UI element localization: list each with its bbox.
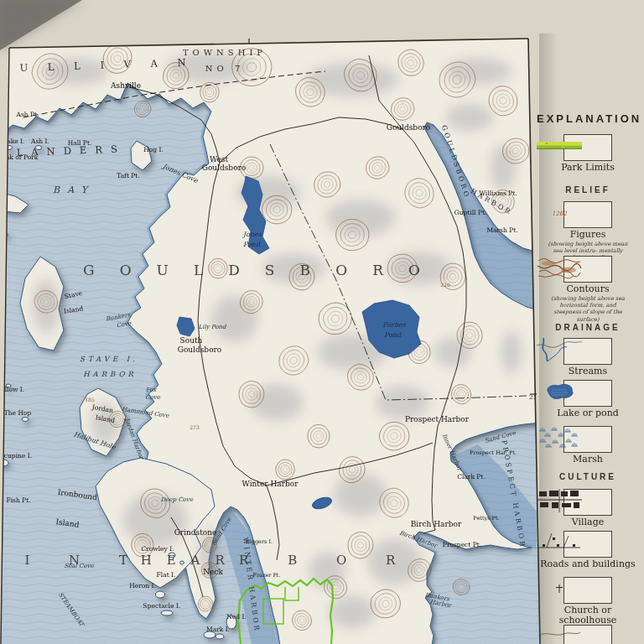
map-label-bay: BAY xyxy=(53,184,95,195)
map-label-township: TOWNSHIP xyxy=(183,48,267,57)
legend-panel: EXPLANATIONPark LimitsRELIEF1262Figures(… xyxy=(537,0,639,644)
legend-label-lake-or-pond: Lake or pond xyxy=(537,408,639,418)
map-label-no-7: NO 7 xyxy=(205,64,245,73)
legend-swatch-roads xyxy=(564,531,612,558)
legend-swatch-figures: 1262 xyxy=(564,201,612,228)
legend-swatch-partial xyxy=(564,625,612,644)
legend-swatch-church xyxy=(564,577,612,604)
map-label-fish-pt: Fish Pt. xyxy=(6,496,30,504)
map-label-taft-pt: Taft Pt. xyxy=(117,172,140,179)
map-label-frazer-pt: Frazer Pt. xyxy=(253,572,281,579)
legend-item-park-limits: Park Limits xyxy=(537,134,639,173)
legend-swatch-marsh xyxy=(564,426,612,453)
map-label-clark-pt: Clark Pt. xyxy=(457,473,486,480)
legend-item-streams: Streams xyxy=(537,338,639,377)
legend-label-marsh: Marsh xyxy=(537,454,639,465)
legend-item-roads-and-buildings: Roads and buildings xyxy=(537,531,639,569)
map-label-marsh-pt: Marsh Pt. xyxy=(486,226,517,234)
map-label-crowley-i: Crowley I. xyxy=(141,545,174,553)
legend-note-contours: (showing height above sea horizontal for… xyxy=(547,295,629,324)
map-label-ned-i: Ned I. xyxy=(226,613,247,621)
map-label-pond: Pond xyxy=(384,331,402,339)
map-label-gouldsboro: Gouldsboro xyxy=(387,123,431,132)
map-label-185: 185 xyxy=(85,397,95,402)
map-label-williams-pt: Williams Pt. xyxy=(479,190,517,197)
legend-label-roads-and-buildings: Roads and buildings xyxy=(537,559,639,569)
legend-heading-culture: CULTURE xyxy=(537,472,639,481)
hop-islet xyxy=(22,418,29,422)
heron-islet xyxy=(156,591,165,598)
map-label-lily-pond: Lily Pond xyxy=(199,324,226,330)
map-label-winter-harbor: Winter Harbor xyxy=(242,480,299,488)
legend-label-streams: Streams xyxy=(537,366,639,377)
map-label-hall-pt: Hall Pt. xyxy=(68,139,92,147)
map-label-pettys-pt: Pettys Pt. xyxy=(473,515,499,522)
legend-label-church-or-schoolhouse: Church or schoolhouse xyxy=(537,605,639,625)
map-label-spectacle-i: Spectacle I. xyxy=(143,602,181,610)
legend-swatch-contours xyxy=(564,256,612,283)
legend-label-village: Village xyxy=(537,517,639,527)
map-label-prospect-harbor: Prospect Harbor xyxy=(405,415,470,423)
map-label-neck: Neck xyxy=(203,568,223,576)
map-content: 5'68°00'44°30'25'S U L L I V A NTOWNSHIP… xyxy=(0,25,553,644)
map-label-mark-i: Mark I. xyxy=(206,626,230,633)
map-label-gouldsboro: GOULDSBORO xyxy=(83,262,445,278)
legend-swatch-lake xyxy=(564,380,612,407)
legend-heading-relief: RELIEF xyxy=(537,185,639,195)
map-label-porcupine-i: Porcupine I. xyxy=(0,452,32,460)
legend-item-drainage: DRAINAGE xyxy=(537,323,639,332)
map-label-grindstone: Grindstone xyxy=(174,528,217,537)
map-label-south: South xyxy=(180,336,203,345)
map-label-hog-i: Hog I. xyxy=(143,146,164,153)
map-label-fox: Fox xyxy=(146,387,158,393)
map-label-pond: Pond xyxy=(243,241,261,248)
legend-item-partial xyxy=(537,625,639,644)
map-label-cove: Cove xyxy=(145,394,161,401)
legend-swatch-streams xyxy=(564,338,612,365)
map-label-the-hop: The Hop xyxy=(4,409,32,417)
legend-heading-drainage: DRAINAGE xyxy=(537,323,639,332)
legend-swatch-park xyxy=(564,134,612,161)
map-label-273: 273 xyxy=(190,424,200,430)
legend-label-park-limits: Park Limits xyxy=(537,163,639,173)
map-label-deep-cove: Deep Cove xyxy=(161,496,194,503)
mark-islet xyxy=(216,634,224,639)
legend-item-lake-or-pond: Lake or pond xyxy=(537,380,639,418)
map-label-ashville: Ashville xyxy=(110,81,141,90)
spectacle-islet xyxy=(161,610,173,615)
map-label-220: 220 xyxy=(440,282,450,288)
map-label-prospect-pt: Prospect Pt. xyxy=(443,541,481,548)
legend-item-contours: Contours(showing height above sea horizo… xyxy=(537,256,639,323)
legend-label-figures: Figures xyxy=(537,230,639,240)
legend-title: EXPLANATION xyxy=(537,112,639,125)
legend-item-figures: 1262Figures(showing height above mean se… xyxy=(537,201,639,262)
legend-item-marsh: Marsh xyxy=(537,426,639,465)
legend-swatch-village xyxy=(564,489,612,516)
map-label-harbor: HARBOR xyxy=(83,370,137,378)
legend-label-contours: Contours xyxy=(537,284,639,294)
legend-item-culture: CULTURE xyxy=(537,472,639,481)
map-label-biggers-i: Biggers I. xyxy=(246,538,273,545)
map-label-birch-harbor: Birch Harbor xyxy=(411,520,462,528)
map-label-flat-i: Flat I. xyxy=(157,571,176,579)
map-label-gouldsboro: Gouldsboro xyxy=(178,345,222,354)
map-label-guptill-pt: Guptill Pt. xyxy=(454,209,487,216)
map-label-gouldsboro: Gouldsboro xyxy=(202,164,247,172)
map-label-jones: Jones xyxy=(242,231,262,238)
map-label-h-a-r-b-o-r: H A R B O R xyxy=(141,553,413,568)
legend-item-village: Village xyxy=(537,489,639,527)
map-label-west: West xyxy=(210,155,228,164)
map-label-ash-pt: Ash Pt. xyxy=(16,111,39,118)
legend-item-relief: RELIEF xyxy=(537,185,639,195)
map-label-stave-i: STAVE I. xyxy=(80,355,138,363)
topographic-map-photo: 5'68°00'44°30'25'S U L L I V A NTOWNSHIP… xyxy=(0,0,644,644)
map-label-ash-i: Ash I. xyxy=(30,138,49,145)
map-label-forbes: Forbes xyxy=(382,321,407,329)
legend-item-church-or-schoolhouse: Church or schoolhouse xyxy=(537,577,639,625)
svg-text:1262: 1262 xyxy=(564,210,567,217)
map-label-heron-i: Heron I. xyxy=(129,582,156,589)
